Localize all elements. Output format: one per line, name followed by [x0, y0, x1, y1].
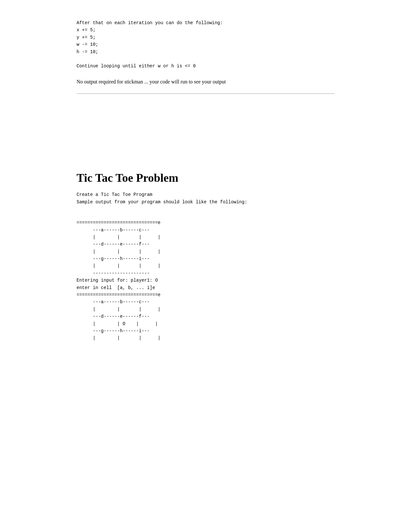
intro-code-block: After that on each iteration you can do … — [77, 19, 335, 70]
tictactoe-output-block: ==============================e ---a----… — [77, 219, 335, 342]
section-intro-text: Create a Tic Tac Toe Program Sample outp… — [77, 191, 335, 206]
stickman-note: No output required for stickman ... your… — [77, 78, 335, 86]
spacer — [77, 107, 335, 158]
section-title: Tic Tac Toe Problem — [77, 171, 335, 185]
section-divider — [77, 93, 335, 94]
page-container: After that on each iteration you can do … — [51, 0, 360, 369]
